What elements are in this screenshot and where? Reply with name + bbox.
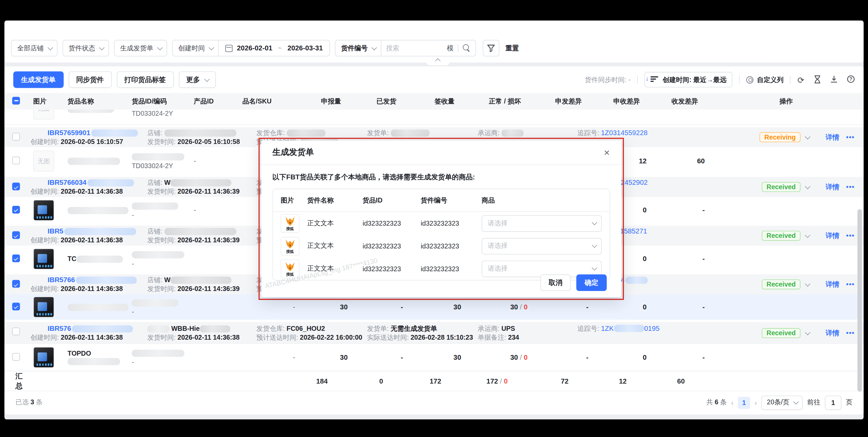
page-word: 页: [846, 398, 853, 407]
current-page-button[interactable]: 1: [738, 396, 750, 409]
summary-recv-ship-diff: 60: [632, 377, 691, 385]
help-icon[interactable]: ?: [847, 75, 855, 84]
advanced-filter-button[interactable]: [483, 40, 500, 56]
sync-shipment-button[interactable]: 同步货件: [68, 71, 112, 88]
shipment-id-link[interactable]: IBR576: [48, 325, 71, 333]
modal-item-id: id323232323: [363, 242, 421, 250]
row-checkbox[interactable]: [12, 254, 20, 262]
redacted-text: [132, 350, 184, 357]
tracking-link[interactable]: 1Z0314559228: [601, 129, 648, 137]
chevron-down-icon[interactable]: [805, 329, 810, 335]
collapse-filter-tab[interactable]: [426, 59, 449, 65]
more-actions-button[interactable]: •••: [846, 183, 855, 191]
invoice-filter-dropdown[interactable]: 生成发货单: [114, 40, 167, 56]
reset-button[interactable]: 重置: [506, 44, 519, 53]
history-hourglass-icon[interactable]: [814, 75, 821, 84]
table-row: IBR576 WBB-Hie 发货仓库: FC06_HOU2 发货单: 无需生成…: [4, 320, 864, 344]
chevron-down-icon[interactable]: [805, 232, 810, 238]
modal-table-row: 搜狐 正文文本 id323232323 id323232323 请选择: [273, 234, 609, 257]
date-type-dropdown[interactable]: 创建时间: [173, 41, 219, 56]
shipment-id-link[interactable]: IBR5: [48, 227, 63, 235]
generate-invoice-button[interactable]: 生成发货单: [13, 71, 63, 88]
search-type-label: 货件编号: [341, 44, 368, 53]
col-header-image: 图片: [25, 97, 68, 106]
fuzzy-mode-label[interactable]: 模: [447, 44, 454, 53]
sync-time-label: 货件同步时间: -: [585, 75, 630, 84]
next-page-button[interactable]: ›: [755, 399, 757, 407]
summary-signed: 172: [389, 377, 447, 385]
download-icon[interactable]: [831, 75, 838, 84]
select-all-checkbox[interactable]: [12, 97, 20, 104]
refresh-icon[interactable]: ⟳: [798, 76, 804, 84]
sort-button[interactable]: 创建时间: 最近→最远: [644, 72, 732, 87]
table-header-row: 图片 货品名称 货品ID/编码 产品ID 品名/SKU 申报量 已发货 签收量 …: [4, 93, 864, 110]
sku-cell: -: [242, 303, 301, 311]
col-header-sku: 品名/SKU: [242, 97, 301, 106]
chevron-down-icon: [157, 45, 163, 50]
status-badge[interactable]: Received: [761, 231, 801, 241]
row-checkbox[interactable]: [12, 302, 20, 310]
status-badge[interactable]: Received: [761, 182, 801, 192]
row-checkbox[interactable]: [12, 156, 20, 164]
print-label-button[interactable]: 打印货品标签: [116, 71, 173, 88]
signed-cell: 30: [409, 354, 467, 361]
detail-link[interactable]: 详情: [826, 328, 840, 338]
declared-cell: 30: [301, 303, 353, 311]
total-count: 共6条: [706, 398, 727, 407]
shipment-id-link[interactable]: IBR5766034: [48, 179, 86, 187]
chevron-down-icon[interactable]: [805, 183, 810, 189]
cancel-button[interactable]: 取消: [540, 274, 571, 291]
modal-title: 生成发货单: [272, 147, 314, 158]
signed-cell: 30: [409, 303, 467, 311]
goto-page-input[interactable]: 1: [825, 395, 841, 410]
row-checkbox[interactable]: [12, 353, 20, 360]
shop-filter-dropdown[interactable]: 全部店铺: [11, 40, 58, 56]
recv-diff-cell: 0: [594, 354, 652, 361]
page-background: 全部店铺 货件状态 生成发货单 创建时间 2026-02-01 ~: [4, 20, 864, 419]
prev-page-button[interactable]: ‹: [731, 399, 733, 407]
status-badge[interactable]: Receiving: [759, 132, 801, 142]
product-select[interactable]: 请选择: [482, 238, 602, 254]
chevron-down-icon[interactable]: [805, 134, 810, 139]
more-actions-button[interactable]: •••: [846, 133, 855, 141]
more-actions-button[interactable]: •••: [846, 232, 855, 240]
sohu-fox-logo: 搜狐: [281, 237, 299, 255]
status-badge[interactable]: Received: [761, 328, 801, 338]
vertical-scrollbar[interactable]: [857, 209, 862, 392]
redacted-text: [132, 202, 178, 209]
detail-link[interactable]: 详情: [826, 231, 840, 241]
more-actions-button[interactable]: •••: [846, 329, 855, 337]
date-range-input[interactable]: 2026-02-01 ~ 2026-03-31: [219, 44, 329, 52]
search-icon[interactable]: [463, 44, 471, 52]
shipment-id-link[interactable]: IBR57659901: [48, 129, 90, 137]
col-header-recv-diff: 申收差异: [594, 97, 652, 106]
detail-link[interactable]: 详情: [826, 132, 840, 142]
item-code: -: [132, 358, 194, 366]
page-size-select[interactable]: 20条/页: [761, 395, 803, 410]
detail-link[interactable]: 详情: [826, 280, 840, 289]
row-checkbox[interactable]: [12, 206, 20, 213]
close-icon[interactable]: ✕: [603, 148, 610, 157]
chevron-down-icon: [372, 45, 377, 50]
search-type-dropdown[interactable]: 货件编号: [336, 41, 382, 56]
chevron-up-icon: [435, 58, 440, 64]
chevron-down-icon[interactable]: [805, 281, 810, 286]
date-type-label: 创建时间: [178, 44, 205, 53]
tracking-link[interactable]: 1ZK0195: [601, 325, 660, 333]
status-filter-dropdown[interactable]: 货件状态: [63, 40, 109, 56]
redacted-text: [171, 277, 232, 284]
declared-cell: 30: [301, 354, 353, 361]
shipment-id-link[interactable]: IBR5766: [48, 276, 75, 284]
date-range-filter[interactable]: 创建时间 2026-02-01 ~ 2026-03-31: [172, 40, 330, 56]
search-input[interactable]: [381, 44, 447, 52]
more-button[interactable]: 更多: [178, 71, 216, 88]
product-select[interactable]: 请选择: [482, 215, 602, 232]
more-actions-button[interactable]: •••: [846, 280, 855, 288]
redacted-text: [147, 325, 169, 333]
redacted-text: [132, 299, 178, 306]
detail-link[interactable]: 详情: [826, 182, 840, 192]
generate-invoice-modal: 生成发货单 ✕ 以下FBT货品关联了多个本地商品，请选择需要生成发货单的商品: …: [261, 141, 621, 297]
status-badge[interactable]: Received: [761, 279, 801, 289]
confirm-button[interactable]: 确定: [576, 274, 606, 291]
custom-columns-button[interactable]: 自定义列: [746, 75, 784, 84]
